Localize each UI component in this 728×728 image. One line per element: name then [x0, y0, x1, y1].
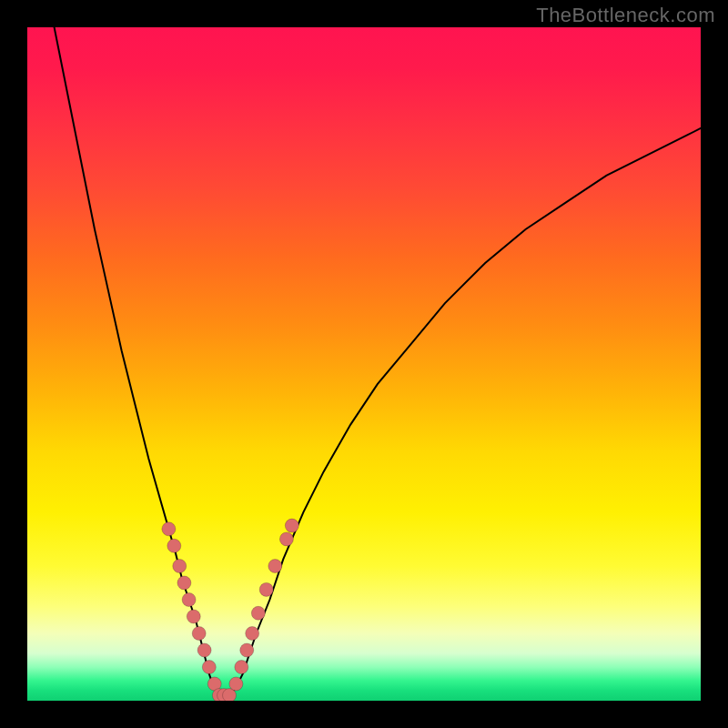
- data-dot: [192, 627, 206, 641]
- data-dot: [259, 582, 273, 596]
- chart-stage: TheBottleneck.com: [0, 0, 728, 728]
- data-dot: [173, 560, 187, 573]
- data-dot: [246, 627, 259, 641]
- data-dot: [167, 539, 181, 552]
- right-curve: [229, 128, 701, 696]
- plot-area: [27, 27, 701, 701]
- data-dot: [177, 576, 191, 590]
- data-dot: [229, 677, 243, 691]
- data-dot: [182, 593, 196, 607]
- data-dot: [187, 610, 200, 623]
- data-dot: [197, 643, 211, 657]
- data-dot: [279, 532, 293, 546]
- data-dot: [285, 519, 298, 532]
- data-dot: [268, 560, 282, 573]
- data-dot: [202, 661, 216, 674]
- data-dots: [162, 519, 298, 701]
- data-dot: [240, 643, 254, 657]
- watermark-text: TheBottleneck.com: [536, 4, 715, 27]
- chart-svg: [27, 27, 701, 701]
- data-dot: [235, 661, 248, 674]
- data-dot: [162, 522, 176, 536]
- data-dot: [251, 606, 265, 620]
